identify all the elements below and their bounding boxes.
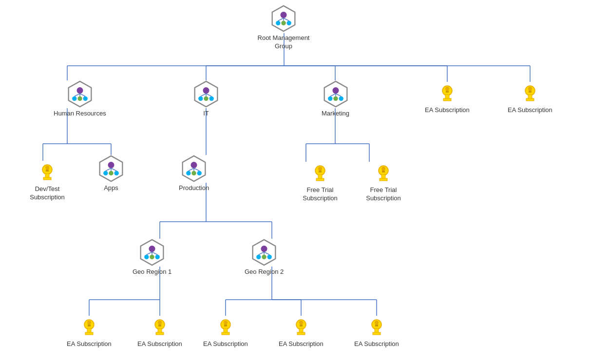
svg-rect-151 xyxy=(375,325,378,326)
ea2-top-sub-icon xyxy=(519,82,541,104)
it-mg-icon xyxy=(192,80,220,108)
svg-rect-110 xyxy=(382,171,385,172)
svg-point-87 xyxy=(103,171,108,175)
hr-mg-icon xyxy=(66,80,94,108)
ea-gr2-2-label: EA Subscription xyxy=(279,340,324,348)
svg-line-92 xyxy=(111,168,116,171)
svg-point-50 xyxy=(83,96,87,101)
svg-rect-79 xyxy=(529,91,532,93)
ea1-top-label: EA Subscription xyxy=(425,106,470,115)
node-ea-gr2-1: EA Subscription xyxy=(203,316,248,348)
node-it: IT xyxy=(192,80,220,118)
svg-point-65 xyxy=(333,96,338,101)
svg-point-121 xyxy=(256,255,261,259)
svg-point-57 xyxy=(204,96,208,101)
ea-gr2-2-sub-icon xyxy=(290,316,312,338)
svg-point-150 xyxy=(375,321,379,325)
svg-rect-129 xyxy=(85,332,93,335)
node-marketing: Marketing xyxy=(322,80,349,118)
node-ea-gr1-1: EA Subscription xyxy=(67,316,112,348)
svg-rect-131 xyxy=(88,325,91,326)
svg-rect-77 xyxy=(526,98,534,101)
svg-line-45 xyxy=(284,18,289,21)
georegion2-label: Geo Region 2 xyxy=(245,268,284,276)
svg-point-48 xyxy=(72,96,76,101)
svg-line-116 xyxy=(147,252,152,255)
svg-rect-146 xyxy=(300,325,303,326)
production-label: Production xyxy=(179,184,209,192)
node-ea-gr2-3: EA Subscription xyxy=(354,316,399,348)
svg-line-59 xyxy=(201,94,206,96)
svg-rect-72 xyxy=(443,98,451,101)
svg-point-58 xyxy=(209,96,214,101)
ea-gr2-3-label: EA Subscription xyxy=(354,340,399,348)
svg-point-47 xyxy=(76,87,83,94)
svg-point-40 xyxy=(276,21,280,25)
svg-line-43 xyxy=(278,18,284,21)
svg-point-140 xyxy=(224,321,228,325)
svg-line-90 xyxy=(106,168,111,171)
svg-line-69 xyxy=(336,94,341,96)
svg-point-112 xyxy=(149,246,155,252)
svg-point-49 xyxy=(77,96,82,101)
marketing-mg-icon xyxy=(322,80,349,108)
svg-point-63 xyxy=(332,87,339,94)
svg-point-66 xyxy=(339,96,343,101)
ea-gr2-1-sub-icon xyxy=(214,316,237,338)
svg-point-64 xyxy=(328,96,332,101)
devtest-sub-icon xyxy=(36,161,58,183)
ea-gr1-1-label: EA Subscription xyxy=(67,340,112,348)
svg-line-61 xyxy=(206,94,211,96)
node-georegion1: Geo Region 1 xyxy=(133,239,171,276)
node-apps: Apps xyxy=(97,155,125,192)
svg-point-83 xyxy=(45,166,49,170)
node-root: Root Management Group xyxy=(257,5,310,51)
svg-point-97 xyxy=(197,171,202,175)
marketing-label: Marketing xyxy=(322,110,349,118)
ea-gr2-3-sub-icon xyxy=(365,316,388,338)
svg-rect-74 xyxy=(446,91,449,93)
svg-point-42 xyxy=(287,21,291,25)
svg-point-73 xyxy=(445,87,449,91)
node-hr: Human Resources xyxy=(54,80,106,118)
freetrial1-label: Free Trial Subscription xyxy=(293,186,347,203)
svg-point-109 xyxy=(381,167,385,171)
svg-point-39 xyxy=(280,12,286,18)
svg-point-115 xyxy=(155,255,160,259)
svg-point-88 xyxy=(109,171,113,175)
node-freetrial1: Free Trial Subscription xyxy=(293,162,347,203)
svg-point-96 xyxy=(191,171,196,175)
ea1-top-sub-icon xyxy=(436,82,458,104)
ea-gr2-1-label: EA Subscription xyxy=(203,340,248,348)
svg-point-145 xyxy=(299,321,303,325)
node-devtest: Dev/Test Subscription xyxy=(20,161,74,202)
node-georegion2: Geo Region 2 xyxy=(245,239,284,276)
svg-rect-103 xyxy=(316,178,324,181)
svg-point-120 xyxy=(261,246,267,252)
ea-gr1-2-sub-icon xyxy=(149,316,171,338)
svg-point-113 xyxy=(144,255,149,259)
georegion1-label: Geo Region 1 xyxy=(133,268,171,276)
freetrial1-sub-icon xyxy=(309,162,331,184)
svg-rect-134 xyxy=(156,332,164,335)
svg-point-78 xyxy=(528,87,532,91)
svg-point-95 xyxy=(186,171,190,175)
svg-point-86 xyxy=(108,162,114,168)
apps-label: Apps xyxy=(104,184,118,192)
svg-line-98 xyxy=(189,168,194,171)
svg-point-104 xyxy=(318,167,322,171)
svg-point-89 xyxy=(114,171,119,175)
georegion1-mg-icon xyxy=(138,239,166,266)
svg-line-100 xyxy=(194,168,199,171)
svg-rect-144 xyxy=(297,332,305,335)
it-label: IT xyxy=(203,110,209,118)
svg-rect-82 xyxy=(43,177,51,180)
svg-point-135 xyxy=(158,321,162,325)
svg-rect-105 xyxy=(319,171,322,172)
svg-rect-136 xyxy=(158,325,161,326)
node-freetrial2: Free Trial Subscription xyxy=(357,162,410,203)
svg-point-94 xyxy=(191,162,197,168)
georegion2-mg-icon xyxy=(250,239,278,266)
svg-line-126 xyxy=(264,252,269,255)
svg-point-123 xyxy=(267,255,272,259)
